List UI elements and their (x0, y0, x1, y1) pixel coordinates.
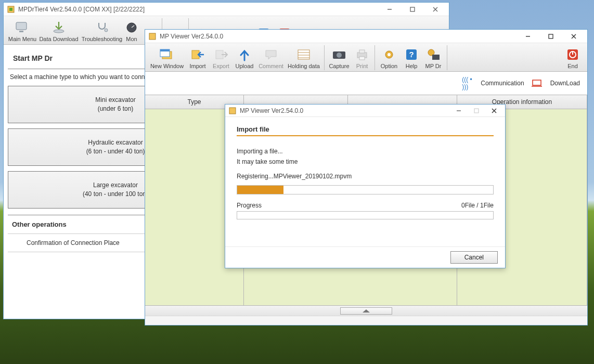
mpdr-title: MPDrTier4 Ver2.54.0.0 [COM XX] [2/22/222… (18, 6, 378, 13)
svg-rect-6 (16, 22, 27, 30)
minimize-button[interactable] (516, 30, 539, 43)
progress-count: 0File / 1File (461, 202, 494, 209)
import-dialog: MP Viewer Ver2.54.0.0 Import file Import… (225, 104, 506, 268)
list-icon (293, 46, 314, 63)
svg-rect-57 (474, 109, 479, 113)
laptop-download-icon (532, 79, 543, 87)
svg-point-8 (54, 30, 64, 33)
register-progressbar (237, 185, 494, 194)
toolbar-separator (375, 45, 375, 70)
help-button[interactable]: ?Help (401, 45, 422, 70)
download-icon (48, 19, 69, 36)
svg-rect-7 (19, 31, 23, 32)
main-menu-button[interactable]: Main Menu (7, 18, 38, 43)
gear-star-icon (379, 46, 399, 63)
mpdr-launch-button[interactable]: MP Dr (422, 45, 445, 70)
end-button[interactable]: End (561, 45, 584, 70)
antenna-icon: ((( • ))) (462, 76, 473, 90)
svg-rect-32 (160, 49, 170, 51)
svg-point-45 (388, 53, 391, 56)
svg-rect-53 (533, 80, 541, 85)
maximize-button[interactable] (539, 30, 562, 43)
svg-rect-55 (229, 108, 236, 114)
chevron-up-icon (363, 309, 370, 313)
camera-icon (329, 46, 350, 63)
importing-text: Importing a file... (237, 148, 494, 155)
close-button[interactable] (424, 3, 447, 16)
wait-text: It may take some time (237, 158, 494, 165)
printer-icon (352, 46, 372, 63)
up-arrow-icon (234, 46, 255, 63)
comment-button: Comment (256, 45, 286, 70)
viewer-toolbar: New Window Import Export Upload Comment … (145, 43, 587, 72)
holding-data-button[interactable]: Holding data (286, 45, 322, 70)
communication-label: Communication (481, 80, 524, 87)
minimize-button[interactable] (450, 104, 468, 118)
app-icon (7, 5, 15, 14)
new-window-button[interactable]: New Window (148, 45, 186, 70)
status-row: ((( • ))) Communication DownLoad (145, 72, 587, 95)
option-button[interactable]: Option (377, 45, 401, 70)
svg-rect-43 (359, 57, 365, 60)
viewer-title: MP Viewer Ver2.54.0.0 (160, 33, 516, 40)
svg-text:?: ? (409, 50, 414, 59)
mpdr-titlebar: MPDrTier4 Ver2.54.0.0 [COM XX] [2/22/222… (4, 3, 449, 16)
toolbar-separator (447, 45, 447, 70)
app-icon (148, 32, 157, 41)
svg-rect-1 (9, 8, 12, 11)
bottom-bar (145, 305, 587, 316)
stethoscope-icon (92, 19, 112, 36)
svg-rect-49 (432, 55, 440, 60)
viewer-titlebar: MP Viewer Ver2.54.0.0 (145, 30, 587, 43)
maximize-button (468, 104, 485, 118)
comment-icon (261, 46, 281, 63)
progressbar-fill (237, 186, 283, 194)
power-icon (562, 46, 583, 63)
import-button[interactable]: Import (186, 45, 210, 70)
monitor-icon (12, 19, 33, 36)
cancel-button[interactable]: Cancel (450, 251, 498, 264)
print-button: Print (352, 45, 372, 70)
close-button[interactable] (485, 104, 503, 118)
close-button[interactable] (562, 30, 585, 43)
app-icon (228, 107, 237, 115)
overall-progressbar (237, 211, 494, 219)
capture-button[interactable]: Capture (327, 45, 352, 70)
data-download-button[interactable]: Data Download (38, 18, 80, 43)
svg-point-40 (337, 53, 342, 58)
maximize-button[interactable] (401, 3, 424, 16)
help-icon: ? (401, 46, 422, 63)
viewer-statusbar (145, 316, 587, 325)
toolbar-separator (324, 45, 325, 70)
troubleshooting-button[interactable]: Troubleshooting (80, 18, 124, 43)
monitor-button[interactable]: Mon (124, 18, 139, 43)
svg-rect-3 (410, 7, 415, 11)
gear-camera-icon (423, 46, 444, 63)
import-header: Import file (237, 125, 494, 133)
dialog-titlebar: MP Viewer Ver2.54.0.0 (225, 105, 505, 117)
expand-handle[interactable] (340, 307, 392, 315)
progress-label: Progress (237, 202, 262, 209)
minimize-button[interactable] (378, 3, 401, 16)
download-label: DownLoad (550, 80, 580, 87)
svg-rect-27 (549, 34, 553, 38)
export-button: Export (210, 45, 233, 70)
dialog-title: MP Viewer Ver2.54.0.0 (240, 107, 450, 114)
export-icon (211, 46, 231, 63)
upload-button[interactable]: Upload (233, 45, 256, 70)
svg-rect-25 (149, 33, 156, 40)
import-icon (187, 46, 208, 63)
svg-point-9 (105, 29, 108, 32)
svg-rect-42 (359, 50, 365, 53)
divider (237, 135, 494, 136)
window-icon (157, 46, 177, 63)
registering-text: Registering...MPViewer_20190102.mpvm (237, 173, 494, 180)
